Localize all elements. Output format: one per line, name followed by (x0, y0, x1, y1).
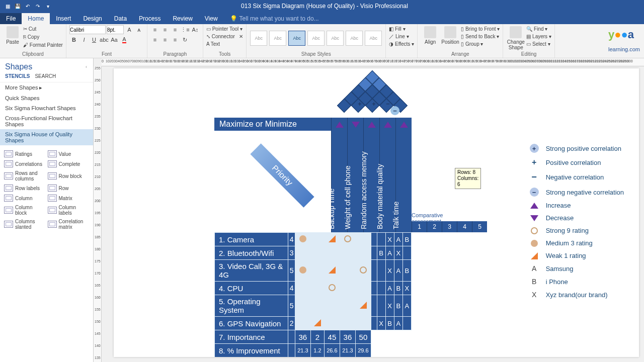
send-back-button[interactable]: ▯ Send to Back ▾ (461, 33, 500, 40)
bold-button[interactable]: B (69, 35, 78, 44)
bulb-icon: 💡 (230, 15, 237, 22)
direction-row (331, 118, 412, 132)
pointer-tool-button[interactable]: ▭ Pointer Tool ▾ (206, 25, 243, 33)
align-right-icon[interactable]: ≡ (171, 35, 180, 44)
shape-style-3[interactable]: Abc (307, 31, 325, 46)
redo-icon[interactable]: ↷ (34, 3, 41, 10)
stencil-shape[interactable]: Column labels (48, 204, 90, 217)
tab-design[interactable]: Design (77, 13, 108, 24)
tab-insert[interactable]: Insert (50, 13, 77, 24)
legend-item: +Strong positive correlation (529, 144, 624, 153)
align-mid-icon[interactable]: ≡ (160, 25, 170, 34)
font-color-icon[interactable]: A (120, 35, 129, 44)
stencil-link[interactable]: Six Sigma House of Quality Shapes (0, 129, 93, 145)
strike-button[interactable]: abc (100, 35, 109, 44)
legend-item: Strong 9 rating (529, 227, 624, 234)
font-size[interactable] (107, 25, 124, 34)
canvas[interactable]: 0102030405060708090100110120130140150160… (94, 58, 644, 362)
stencil-shape[interactable]: Correlations (4, 159, 46, 168)
stencil-shape[interactable]: Complete (48, 159, 90, 168)
legend-item: Decrease (529, 214, 624, 222)
align-bot-icon[interactable]: ≡ (171, 25, 180, 34)
align-center-icon[interactable]: ≡ (160, 35, 170, 44)
stencils-tab[interactable]: STENCILS (5, 73, 30, 79)
bullets-icon[interactable]: ⋮≡ (181, 25, 190, 34)
italic-button[interactable]: I (79, 35, 89, 44)
roof-matrix: ++−− (331, 72, 412, 123)
text-tool-button[interactable]: A Text (206, 40, 243, 48)
tell-me[interactable]: 💡Tell me what you want to do... (224, 13, 325, 24)
save-icon[interactable]: 💾 (14, 3, 21, 10)
copy-button[interactable]: ⎘ Copy (23, 33, 63, 41)
collapse-icon[interactable]: ‹ (86, 64, 87, 69)
shape-style-4[interactable]: Abc (327, 31, 344, 46)
stencil-link[interactable]: Six Sigma Flowchart Shapes (0, 103, 93, 113)
paste-button[interactable]: Paste (3, 25, 22, 45)
shape-style-5[interactable]: Abc (346, 31, 363, 46)
drawing-page[interactable]: ++−− Maximize or Minimize Priority Backu… (114, 68, 639, 357)
indent-icon[interactable]: A↕ (191, 25, 200, 34)
legend-item: −Strong negative correlation (529, 188, 624, 197)
stencil-shape[interactable]: Row (48, 184, 90, 193)
stencil-shape[interactable]: Row block (48, 169, 90, 183)
stencil-link[interactable]: More Shapes ▸ (0, 82, 93, 93)
tab-process[interactable]: Process (133, 13, 167, 24)
select-button[interactable]: ▭ Select ▾ (526, 40, 551, 48)
shape-style-1[interactable]: Abc (269, 31, 286, 46)
shape-style-0[interactable]: Abc (250, 31, 267, 46)
shape-styles-gallery[interactable]: AbcAbcAbcAbcAbcAbcAbc (250, 25, 382, 51)
tab-view[interactable]: View (199, 13, 224, 24)
align-top-icon[interactable]: ≡ (150, 25, 159, 34)
find-button[interactable]: 🔍 Find ▾ (526, 25, 551, 33)
shrink-font-icon[interactable]: ᴀ (135, 25, 144, 34)
stencil-shape[interactable]: Matrix (48, 194, 90, 203)
search-tab[interactable]: SEARCH (35, 73, 56, 79)
stencil-shape[interactable]: Columns slanted (4, 218, 46, 231)
rotate-icon[interactable]: ↻ (181, 35, 190, 44)
layers-button[interactable]: ▤ Layers ▾ (526, 33, 551, 40)
shape-style-6[interactable]: Abc (365, 31, 382, 46)
align-left-icon[interactable]: ≡ (150, 35, 159, 44)
align-button[interactable]: Align (421, 25, 440, 45)
size-tooltip: Rows: 8Columns: 6 (455, 168, 481, 189)
stencil-shape[interactable]: Column (4, 194, 46, 203)
legend-item: +Positive correlation (529, 158, 624, 167)
tab-review[interactable]: Review (167, 13, 198, 24)
quick-access: ▦ 💾 ↶ ↷ ▾ (0, 3, 55, 10)
legend-item: −Negative correlation (529, 172, 624, 183)
cut-button[interactable]: ✂ Cut (23, 25, 63, 33)
stencil-shape[interactable]: Column block (4, 204, 46, 217)
underline-button[interactable]: U (90, 35, 99, 44)
stencil-shape[interactable]: Row labels (4, 184, 46, 193)
tab-data[interactable]: Data (108, 13, 133, 24)
ruler-horizontal: 0102030405060708090100110120130140150160… (102, 58, 644, 66)
connector-button[interactable]: ⤡ Connector ✕ (206, 33, 243, 40)
position-button[interactable]: Position (441, 25, 460, 45)
qat-dropdown-icon[interactable]: ▾ (44, 3, 51, 10)
effects-button[interactable]: ◑ Effects ▾ (389, 40, 414, 48)
grow-font-icon[interactable]: A (125, 25, 134, 34)
stencil-link[interactable]: Cross-Functional Flowchart Shapes (0, 113, 93, 129)
undo-icon[interactable]: ↶ (24, 3, 31, 10)
tab-home[interactable]: Home (22, 13, 50, 24)
stencil-shape[interactable]: Value (48, 149, 90, 158)
house-of-quality[interactable]: ++−− Maximize or Minimize Priority Backu… (214, 72, 412, 123)
line-button[interactable]: ／ Line ▾ (389, 33, 414, 40)
hoq-table: 1. Camera4XAB2. Bluetooth/Wifi3BAX3. Vid… (214, 232, 412, 357)
change-shape-button[interactable]: Change Shape (506, 25, 525, 50)
fill-button[interactable]: ◧ Fill ▾ (389, 25, 414, 33)
legend-item: Weak 1 rating (529, 252, 624, 259)
stencil-shape[interactable]: Ratings (4, 149, 46, 158)
tab-file[interactable]: File (0, 13, 22, 24)
text-a-icon[interactable]: Aa (110, 35, 119, 44)
stencil-shape[interactable]: Correlation matrix (48, 218, 90, 231)
group-button[interactable]: ▯ Group ▾ (461, 40, 500, 48)
ribbon: Paste ✂ Cut ⎘ Copy 🖌 Format Painter Clip… (0, 24, 644, 58)
font-name[interactable] (69, 25, 106, 34)
column-headers: Backup TimeWeight of cell phoneRandom ac… (331, 132, 412, 232)
bring-front-button[interactable]: ▯ Bring to Front ▾ (461, 25, 500, 33)
format-painter-button[interactable]: 🖌 Format Painter (23, 41, 63, 49)
stencil-link[interactable]: Quick Shapes (0, 93, 93, 103)
shape-style-2[interactable]: Abc (288, 31, 305, 46)
stencil-shape[interactable]: Rows and columns (4, 169, 46, 183)
